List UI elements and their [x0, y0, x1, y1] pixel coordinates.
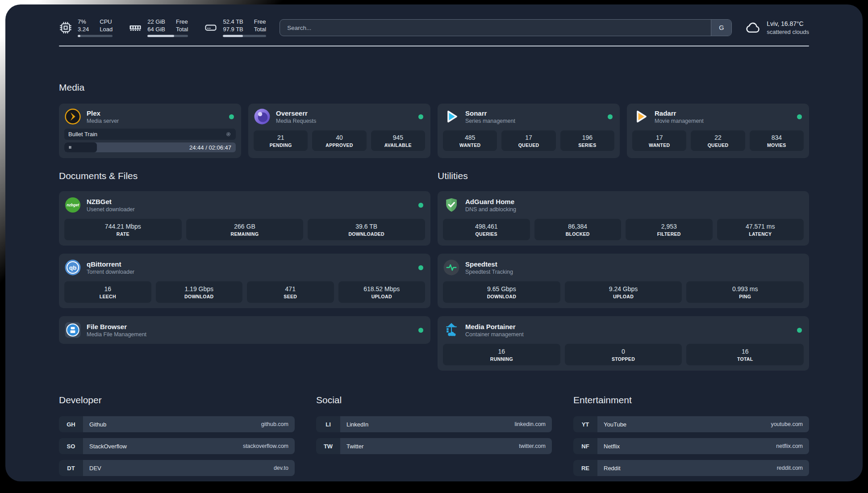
- stat-label: LEECH: [100, 294, 116, 299]
- stats-row: 16RUNNING0STOPPED16TOTAL: [443, 344, 804, 365]
- service-card-speedtest[interactable]: SpeedtestSpeedtest Tracking9.65 GbpsDOWN…: [438, 254, 809, 308]
- plex-icon: [64, 108, 81, 125]
- bookmark-name: Github: [89, 421, 106, 428]
- cpu-usage-value: 7%: [78, 18, 89, 26]
- stat-label: WANTED: [459, 142, 480, 148]
- section-title-media: Media: [59, 82, 809, 93]
- stat-label: RATE: [117, 231, 129, 237]
- stats-row: 21PENDING40APPROVED945AVAILABLE: [254, 130, 425, 151]
- bookmark-youtube[interactable]: YTYouTubeyoutube.com: [573, 416, 809, 432]
- stat-label: STOPPED: [612, 356, 635, 362]
- bookmark-abbr: TW: [316, 438, 340, 454]
- stat-upload: 9.24 GbpsUPLOAD: [565, 281, 682, 303]
- service-card-nzbget[interactable]: nzbgetNZBGetUsenet downloader744.21 Mbps…: [59, 191, 430, 246]
- stat-queries: 498,461QUERIES: [443, 219, 530, 240]
- stat-label: DOWNLOADED: [348, 231, 384, 237]
- section-title-utilities: Utilities: [438, 171, 809, 181]
- stat-value: 945: [393, 134, 403, 141]
- bookmark-abbr: NF: [573, 438, 597, 454]
- disk-total-label: Total: [254, 26, 266, 33]
- pause-icon[interactable]: [67, 145, 73, 150]
- stat-label: APPROVED: [326, 142, 353, 148]
- section-title-developer: Developer: [59, 395, 295, 405]
- stat-label: WANTED: [649, 142, 670, 148]
- search-bar[interactable]: G: [280, 19, 732, 36]
- bookmark-twitter[interactable]: TWTwittertwitter.com: [316, 438, 552, 454]
- section-title-documents: Documents & Files: [59, 171, 430, 181]
- disk-total-value: 97.9 TB: [223, 26, 243, 33]
- card-header: SpeedtestSpeedtest Tracking: [443, 259, 804, 276]
- top-bar: 7% 3.24 CPU Load: [59, 16, 809, 39]
- gear-icon[interactable]: [225, 131, 232, 138]
- bookmark-url: github.com: [261, 421, 288, 427]
- service-card-adguard[interactable]: AdGuard HomeDNS and adblocking498,461QUE…: [438, 191, 809, 246]
- service-card-overseerr[interactable]: OverseerrMedia Requests21PENDING40APPROV…: [248, 104, 430, 158]
- stat-series: 196SERIES: [560, 130, 614, 151]
- app-subtitle: Movie management: [655, 118, 704, 124]
- stat-ping: 0.993 msPING: [686, 281, 804, 303]
- stat-available: 945AVAILABLE: [371, 130, 425, 151]
- bookmark-linkedin[interactable]: LILinkedInlinkedin.com: [316, 416, 552, 432]
- stat-value: 21: [277, 134, 284, 141]
- speedtest-icon: [443, 259, 460, 276]
- stat-value: 16: [104, 285, 111, 292]
- stat-value: 0.993 ms: [732, 285, 758, 292]
- service-card-plex[interactable]: PlexMedia serverBullet Train24:44 / 02:0…: [59, 104, 241, 158]
- stat-label: DOWNLOAD: [184, 294, 213, 299]
- radarr-icon: [632, 108, 649, 125]
- app-subtitle: DNS and adblocking: [465, 206, 516, 213]
- stat-value: 0: [622, 348, 625, 355]
- playback-progress-bar[interactable]: 24:44 / 02:06:47: [64, 142, 236, 152]
- bookmark-github[interactable]: GHGithubgithub.com: [59, 416, 295, 432]
- bookmark-url: reddit.com: [777, 465, 803, 471]
- app-subtitle: Media File Management: [87, 331, 146, 338]
- bookmark-name: Twitter: [346, 443, 363, 450]
- bookmark-abbr: GH: [59, 416, 83, 432]
- bookmark-name: Reddit: [604, 465, 621, 472]
- stat-queued: 17QUEUED: [501, 130, 555, 151]
- bookmark-abbr: LI: [316, 416, 340, 432]
- app-subtitle: Series management: [465, 118, 515, 124]
- app-name: Sonarr: [465, 109, 515, 117]
- memory-widget: 22 GiB 64 GiB Free Total: [129, 18, 188, 38]
- status-online-dot: [418, 328, 423, 333]
- service-card-radarr[interactable]: RadarrMovie management17WANTED22QUEUED83…: [627, 104, 809, 158]
- service-card-portainer[interactable]: Media PortainerContainer management16RUN…: [438, 316, 809, 371]
- stat-value: 498,461: [475, 223, 498, 230]
- search-input[interactable]: [280, 25, 711, 31]
- bookmark-dev[interactable]: DTDEVdev.to: [59, 460, 295, 476]
- bookmark-url: twitter.com: [519, 443, 546, 449]
- cpu-label: CPU: [100, 18, 113, 26]
- search-engine-button[interactable]: G: [711, 20, 731, 36]
- bookmark-url: youtube.com: [771, 421, 803, 427]
- cloud-icon: [745, 20, 761, 36]
- stats-row: 744.21 MbpsRATE266 GBREMAINING39.6 TBDOW…: [64, 219, 425, 240]
- bookmark-netflix[interactable]: NFNetflixnetflix.com: [573, 438, 809, 454]
- app-subtitle: Speedtest Tracking: [465, 269, 513, 275]
- stat-value: 834: [772, 134, 782, 141]
- bookmark-stackoverflow[interactable]: SOStackOverflowstackoverflow.com: [59, 438, 295, 454]
- service-card-filebrowser[interactable]: File BrowserMedia File Management: [59, 316, 430, 344]
- service-card-qbittorrent[interactable]: qbqBittorrentTorrent downloader16LEECH1.…: [59, 254, 430, 308]
- app-subtitle: Usenet downloader: [87, 206, 135, 213]
- svg-text:nzbget: nzbget: [67, 203, 79, 207]
- bookmark-abbr: DT: [59, 460, 83, 476]
- status-online-dot: [418, 203, 423, 208]
- card-header: SonarrSeries management: [443, 108, 614, 125]
- stat-value: 1.19 Gbps: [184, 285, 213, 292]
- stat-value: 744.21 Mbps: [105, 223, 141, 230]
- disk-free-label: Free: [254, 18, 266, 26]
- disk-free-value: 52.4 TB: [223, 18, 243, 26]
- app-subtitle: Torrent downloader: [87, 269, 134, 275]
- ram-icon: [129, 21, 142, 34]
- status-online-dot: [608, 114, 613, 119]
- disk-icon: [204, 21, 217, 34]
- bookmark-url: stackoverflow.com: [243, 443, 288, 449]
- bookmarks: DeveloperGHGithubgithub.comSOStackOverfl…: [59, 395, 809, 476]
- stat-value: 47.571 ms: [746, 223, 775, 230]
- bookmark-reddit[interactable]: RERedditreddit.com: [573, 460, 809, 476]
- stat-label: PING: [739, 294, 751, 299]
- media-grid: PlexMedia serverBullet Train24:44 / 02:0…: [59, 104, 809, 158]
- now-playing-row[interactable]: Bullet Train: [64, 129, 236, 140]
- service-card-sonarr[interactable]: SonarrSeries management485WANTED17QUEUED…: [438, 104, 620, 158]
